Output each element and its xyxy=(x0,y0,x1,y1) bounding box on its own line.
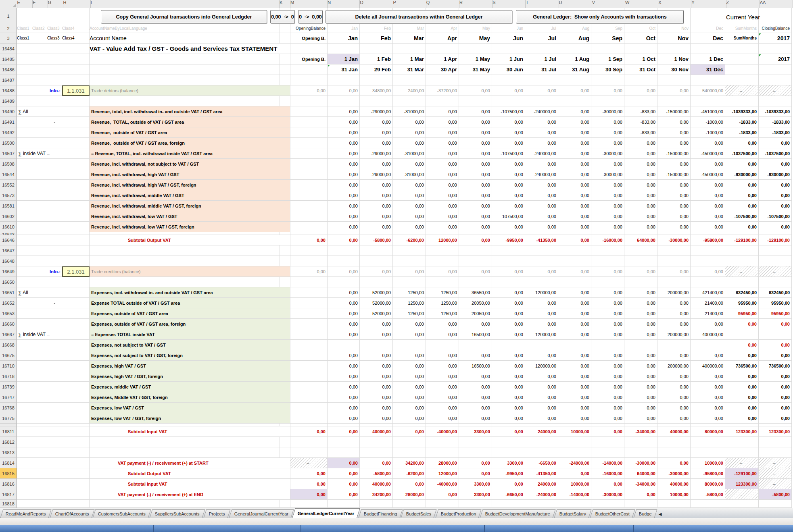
row-header-16818[interactable]: 16818 xyxy=(0,500,17,508)
cell-Y16610[interactable]: 0,00 xyxy=(691,222,725,232)
cell-R16818[interactable] xyxy=(459,500,492,508)
cell-T16508[interactable]: 0,00 xyxy=(525,159,558,169)
cell-AA16581[interactable]: 0,00 xyxy=(759,201,792,211)
cell-G16718[interactable] xyxy=(47,371,62,382)
cell-K16648[interactable] xyxy=(280,256,290,266)
cell-Q16610[interactable]: 0,00 xyxy=(426,222,459,232)
cell-Z16815[interactable]: -129100,00 xyxy=(725,468,759,479)
cell-X16811[interactable]: 40000,00 xyxy=(657,426,691,437)
cell-F16487[interactable] xyxy=(32,75,47,85)
cell-AA16813[interactable] xyxy=(759,447,792,458)
cell-X16507[interactable]: -150000,00 xyxy=(657,148,691,159)
cell-E16710[interactable] xyxy=(17,361,47,371)
cell-Q16768[interactable]: 0,00 xyxy=(426,403,459,413)
cell-W16668[interactable] xyxy=(624,340,657,350)
cell-E16489[interactable] xyxy=(17,96,32,106)
cell-I16668[interactable]: Expenses, not subject to VAT / GST xyxy=(90,340,290,350)
cell-P16650[interactable] xyxy=(393,277,426,287)
cell-T16649[interactable]: 0,00 xyxy=(525,266,558,277)
cell-V16817[interactable]: -30000,00 xyxy=(591,489,624,500)
cell-N16650[interactable] xyxy=(328,277,360,287)
cell-I16818[interactable] xyxy=(90,500,280,508)
cell-G16490[interactable] xyxy=(47,106,62,117)
cell-F16486[interactable] xyxy=(32,64,47,75)
cell-Q16818[interactable] xyxy=(426,500,459,508)
cell-W16648[interactable] xyxy=(624,256,657,266)
cell-AA16648[interactable] xyxy=(759,256,792,266)
cell-X16814[interactable]: 0,00 xyxy=(657,458,691,468)
cell-P16718[interactable]: 0,00 xyxy=(393,371,426,382)
cell-R16667[interactable]: 16500,00 xyxy=(459,329,492,340)
cell-G16652[interactable]: - xyxy=(47,298,62,308)
cell-AA16718[interactable]: 0,00 xyxy=(759,371,792,382)
cell-V16500[interactable]: 0,00 xyxy=(591,138,624,148)
cell-Z16668[interactable]: 0,00 xyxy=(725,340,759,350)
cell-P16646[interactable]: -6200,00 xyxy=(393,235,426,245)
cell-H16650[interactable] xyxy=(62,277,90,287)
cell-Q16649[interactable]: 0,00 xyxy=(426,266,459,277)
cell-AA16739[interactable]: 0,00 xyxy=(759,382,792,392)
cell-Q16653[interactable]: 1250,00 xyxy=(426,308,459,319)
cell-Y2[interactable]: Dec xyxy=(691,24,725,33)
cell-W16652[interactable]: 0,00 xyxy=(624,298,657,308)
cell-P16508[interactable]: 0,00 xyxy=(393,159,426,169)
cell-V16491[interactable]: 0,00 xyxy=(591,117,624,127)
cell-T16500[interactable]: 0,00 xyxy=(525,138,558,148)
cell-H16652[interactable] xyxy=(62,298,90,308)
cell-S16581[interactable]: 0,00 xyxy=(492,201,525,211)
cell-Q16812[interactable] xyxy=(426,437,459,447)
cell-M16818[interactable] xyxy=(290,500,328,508)
cell-M16647[interactable] xyxy=(290,245,328,256)
cell-R16775[interactable]: 0,00 xyxy=(459,413,492,424)
cell-N16500[interactable]: 0,00 xyxy=(328,138,360,148)
cell-N16775[interactable]: 0,00 xyxy=(328,413,360,424)
cell-O16653[interactable]: 52000,00 xyxy=(360,308,393,319)
cell-S16739[interactable]: 0,00 xyxy=(492,382,525,392)
cell-AA16500[interactable]: 0,00 xyxy=(759,138,792,148)
cell-Q16652[interactable]: 1250,00 xyxy=(426,298,459,308)
cell-P16813[interactable] xyxy=(393,447,426,458)
cell-Y16488[interactable]: 540000,00 xyxy=(691,85,725,96)
cell-M16814[interactable]: – xyxy=(290,458,328,468)
cell-V16544[interactable]: -30000,00 xyxy=(591,169,624,180)
cell-N16573[interactable]: 0,00 xyxy=(328,190,360,201)
cell-G16651[interactable] xyxy=(47,287,62,298)
cell-U16649[interactable]: 0,00 xyxy=(558,266,591,277)
cell-O16747[interactable]: 0,00 xyxy=(360,392,393,403)
cell-Z16653[interactable]: 95950,00 xyxy=(725,308,759,319)
row-header-16500[interactable]: 16500 xyxy=(0,138,17,148)
cell-Q16491[interactable]: 0,00 xyxy=(426,117,459,127)
cell-K16647[interactable] xyxy=(280,245,290,256)
cell-Y16484[interactable] xyxy=(691,44,725,54)
cell-T16650[interactable] xyxy=(525,277,558,287)
cell-V16815[interactable]: -16000,00 xyxy=(591,468,624,479)
cell-U16739[interactable]: 0,00 xyxy=(558,382,591,392)
row-header-16573[interactable]: 16573 xyxy=(0,190,17,201)
cell-S16492[interactable]: 0,00 xyxy=(492,127,525,138)
cell-E16813[interactable] xyxy=(17,447,32,458)
cell-E16814[interactable] xyxy=(17,458,32,468)
cell-P16768[interactable]: 0,00 xyxy=(393,403,426,413)
cell-Y1[interactable] xyxy=(691,8,725,24)
cell-I16812[interactable] xyxy=(90,437,280,447)
cell-P16647[interactable] xyxy=(393,245,426,256)
row-header-16817[interactable]: 16817 xyxy=(0,489,17,500)
cell-N16815[interactable]: 0,00 xyxy=(328,468,360,479)
cell-Y16581[interactable]: 0,00 xyxy=(691,201,725,211)
cell-I16610[interactable]: Revenue, incl. withdrawal, low VAT / GST… xyxy=(90,222,290,232)
horizontal-scrollbar[interactable] xyxy=(0,518,793,525)
cell-R16610[interactable]: 0,00 xyxy=(459,222,492,232)
column-header-N[interactable]: N xyxy=(328,0,360,8)
tab-ChartOfAccounts[interactable]: ChartOfAccounts xyxy=(50,509,94,518)
cell-H16507[interactable] xyxy=(62,148,90,159)
cell-M16544[interactable] xyxy=(290,169,328,180)
cell-G16647[interactable] xyxy=(47,245,62,256)
cell-G2[interactable]: Class3 xyxy=(47,24,62,33)
cell-N16647[interactable] xyxy=(328,245,360,256)
cell-Q16650[interactable] xyxy=(426,277,459,287)
cell-E16811[interactable] xyxy=(17,426,32,437)
cell-X16667[interactable]: 200000,00 xyxy=(657,329,691,340)
cell-P16739[interactable]: 0,00 xyxy=(393,382,426,392)
cell-N16602[interactable]: 0,00 xyxy=(328,211,360,222)
cell-Q16544[interactable]: 0,00 xyxy=(426,169,459,180)
